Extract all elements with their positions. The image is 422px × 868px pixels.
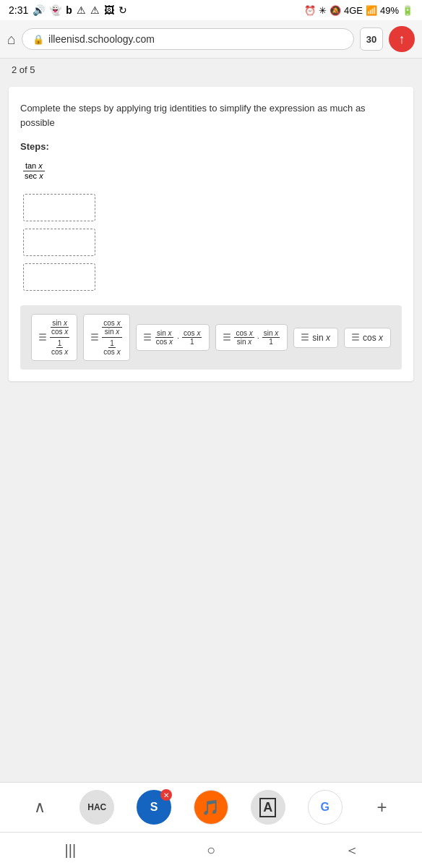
- volume-icon: 🔊: [33, 4, 45, 16]
- music-icon: 🎵: [202, 799, 220, 816]
- drag-handle-3: [144, 333, 151, 341]
- drag-handle-4: [223, 333, 231, 341]
- fraction-numerator: tan x: [23, 161, 45, 171]
- dock-a-app[interactable]: A: [251, 790, 285, 825]
- close-x-icon[interactable]: ✕: [160, 789, 172, 801]
- plus-icon: +: [376, 797, 387, 817]
- status-right: ⏰ ✳ 🔕 4GE 📶 49% 🔋: [304, 5, 413, 16]
- dock-schoology-app[interactable]: ✕ S: [137, 790, 171, 825]
- dock-music-app[interactable]: 🎵: [194, 790, 228, 825]
- battery-icon: 🔋: [402, 5, 413, 16]
- image-icon: 🖼: [104, 4, 114, 16]
- google-label: G: [320, 801, 329, 814]
- answer-boxes-area: [20, 194, 402, 291]
- given-expression: tan x sec x: [20, 159, 402, 181]
- answer-box-3[interactable]: [23, 263, 95, 291]
- back-arrow-icon: ＜: [345, 841, 359, 860]
- menu-lines-icon: |||: [65, 842, 77, 859]
- status-left: 2:31 🔊 👻 b ⚠ ⚠ 🖼 ↻: [9, 4, 127, 16]
- dock-google-app[interactable]: G: [308, 790, 343, 825]
- url-text: illeenisd.schoology.com: [48, 33, 155, 45]
- instructions-text: Complete the steps by applying trig iden…: [20, 101, 402, 129]
- content-card: Complete the steps by applying trig iden…: [9, 87, 413, 381]
- nav-back-button[interactable]: ＜: [281, 841, 422, 860]
- hac-label: HAC: [87, 802, 106, 812]
- triangle-icon: ⚠: [77, 4, 86, 16]
- browser-bar: ⌂ 🔒 illeenisd.schoology.com 30 ↑: [0, 20, 422, 59]
- upload-icon: ↑: [399, 32, 405, 47]
- time: 2:31: [9, 4, 28, 16]
- dock-area: ∧ HAC ✕ S 🎵 A G +: [0, 782, 422, 832]
- upload-button[interactable]: ↑: [389, 26, 415, 52]
- nav-bar: ||| ○ ＜: [0, 832, 422, 868]
- triangle2-icon: ⚠: [90, 4, 100, 16]
- alarm-icon: ⏰: [304, 5, 316, 16]
- tile-3[interactable]: sin x cos x · cos x 1: [136, 324, 210, 351]
- status-bar: 2:31 🔊 👻 b ⚠ ⚠ 🖼 ↻ ⏰ ✳ 🔕 4GE 📶 49% 🔋: [0, 0, 422, 20]
- circle-icon: ○: [207, 842, 215, 859]
- network-label: 4GE: [344, 5, 363, 16]
- tile-2[interactable]: cos x sin x 1 cos x: [83, 314, 129, 361]
- fraction-denominator: sec x: [23, 171, 45, 181]
- tab-count-badge[interactable]: 30: [360, 27, 383, 51]
- nav-home-button[interactable]: ○: [141, 842, 282, 859]
- tile-5-label: sin x: [312, 333, 330, 343]
- drag-handle-5: [301, 333, 309, 341]
- tile-6-label: cos x: [363, 333, 383, 343]
- signal-icon: 📶: [366, 5, 377, 16]
- answer-box-1[interactable]: [23, 194, 95, 221]
- tiles-area: sin x cos x 1 cos x cos x sin x: [20, 305, 402, 370]
- drag-handle-6: [352, 333, 359, 341]
- bluetooth-icon: ✳: [319, 5, 327, 16]
- tile-1[interactable]: sin x cos x 1 cos x: [31, 314, 77, 361]
- drag-handle-2: [91, 333, 98, 341]
- tile-5[interactable]: sin x: [293, 328, 338, 348]
- given-fraction: tan x sec x: [23, 161, 45, 181]
- drag-handle-1: [39, 333, 46, 341]
- up-arrow-icon: ∧: [34, 798, 46, 817]
- page-counter: 2 of 5: [0, 59, 422, 81]
- a-label: A: [259, 798, 276, 817]
- tile-4[interactable]: cos x sin x · sin x 1: [215, 324, 288, 351]
- ghost-icon: 👻: [49, 4, 61, 16]
- url-bar[interactable]: 🔒 illeenisd.schoology.com: [22, 28, 354, 50]
- battery-label: 49%: [380, 5, 399, 16]
- answer-box-2[interactable]: [23, 229, 95, 256]
- mute-icon: 🔕: [330, 5, 341, 16]
- steps-label: Steps:: [20, 141, 402, 152]
- schoology-label: S: [150, 801, 158, 814]
- nav-menu-button[interactable]: |||: [0, 842, 141, 859]
- dock-hac-app[interactable]: HAC: [79, 790, 114, 825]
- tile-6[interactable]: cos x: [344, 328, 391, 348]
- home-icon[interactable]: ⌂: [7, 31, 16, 48]
- lock-icon: 🔒: [33, 34, 44, 45]
- dock-up-arrow[interactable]: ∧: [22, 790, 57, 825]
- b-icon: b: [66, 4, 72, 16]
- refresh-icon: ↻: [119, 4, 127, 16]
- dock-add-button[interactable]: +: [364, 790, 399, 825]
